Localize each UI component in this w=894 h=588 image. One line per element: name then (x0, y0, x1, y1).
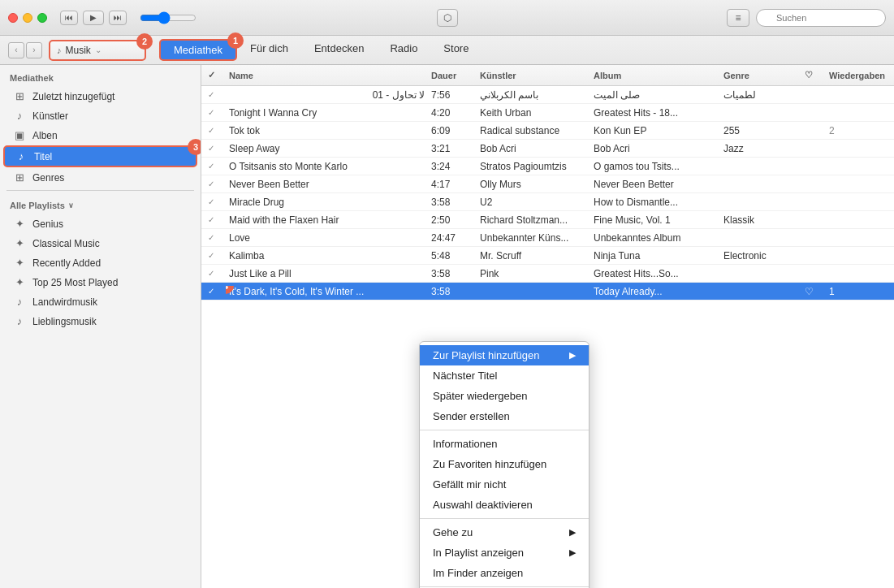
tab-store[interactable]: Store (430, 39, 482, 61)
table-row[interactable]: ✓Miracle Drug3:58U2How to Dismantle... (201, 193, 894, 211)
sidebar-item-alben[interactable]: ▣ Alben (3, 126, 197, 145)
context-menu-item-auswahl-deakt[interactable]: Auswahl deaktivieren (420, 495, 589, 515)
play-button[interactable]: ▶ (83, 11, 104, 25)
sidebar-item-recently-added[interactable]: ✦ Recently Added (3, 253, 197, 272)
table-row[interactable]: ✓لا تحاول - 017:56باسم الكربلانيصلى المي… (201, 86, 894, 104)
context-menu-item-gefaellt-nicht[interactable]: Gefällt mir nicht (420, 474, 589, 495)
table-row[interactable]: ✓Love24:47Unbekannter Küns...Unbekanntes… (201, 229, 894, 247)
table-row[interactable]: ✓Never Been Better4:17Olly MursNever Bee… (201, 175, 894, 193)
tab-fuer-dich[interactable]: Für dich (237, 39, 301, 61)
tab-radio[interactable]: Radio (377, 39, 430, 61)
close-button[interactable] (8, 13, 18, 23)
sidebar-item-top25[interactable]: ✦ Top 25 Most Played (3, 273, 197, 292)
forward-button[interactable]: ⏭ (109, 11, 127, 25)
th-heart: ♡ (801, 70, 826, 80)
search-input[interactable] (756, 9, 886, 27)
forward-nav-button[interactable]: › (26, 42, 42, 58)
table-cell: Electronic (720, 250, 801, 262)
titlebar: ⏮ ▶ ⏭ ⬡ ≡ 🔍 (0, 0, 894, 36)
table-cell: Greatest Hits - 18... (590, 107, 720, 119)
th-album: Album (590, 71, 720, 80)
sidebar: Mediathek ⊞ Zuletzt hinzugefügt ♪ Künstl… (0, 65, 201, 588)
table-cell: Ninja Tuna (590, 250, 720, 262)
context-menu-item-informationen[interactable]: Informationen (420, 434, 589, 454)
minimize-button[interactable] (23, 13, 32, 23)
table-cell: 1 (826, 286, 891, 297)
context-menu-item-in-playlist[interactable]: In Playlist anzeigen▶ (420, 543, 589, 563)
table-row[interactable]: ✓It's Dark, It's Cold, It's Winter ...43… (201, 283, 894, 300)
table-cell: 2 (826, 125, 891, 136)
navbar: ‹ › ♪ Musik ⌄ 2 Mediathek 1 Für dich Ent… (0, 36, 894, 65)
back-button[interactable]: ‹ (8, 42, 24, 58)
table-row[interactable]: ✓Sleep Away3:21Bob AcriBob AcriJazz (201, 140, 894, 158)
maximize-button[interactable] (37, 13, 47, 23)
sidebar-label-titel: Titel (34, 151, 52, 162)
context-menu-item-sender[interactable]: Sender erstellen (420, 406, 589, 426)
table-cell: صلى الميت (590, 89, 720, 101)
context-menu-item-label: Informationen (433, 438, 498, 450)
table-cell: Tonight I Wanna Cry (226, 107, 428, 119)
table-cell: Unbekannter Küns... (477, 232, 590, 244)
context-menu-item-label: Zur Playlist hinzufügen (433, 349, 540, 361)
context-menu-item-naechster[interactable]: Nächster Titel (420, 365, 589, 386)
playlist-section-title[interactable]: Alle Playlists ∨ (0, 194, 201, 214)
table-cell: ✓ (205, 90, 226, 99)
table-row[interactable]: ✓Tok tok6:09Radical substanceKon Kun EP2… (201, 122, 894, 140)
table-cell: Kalimba (226, 250, 428, 262)
sidebar-label-lieblingsmusik: Lieblingsmusik (32, 316, 97, 327)
nav-tabs: Mediathek 1 Für dich Entdecken Radio Sto… (159, 39, 482, 61)
sidebar-item-landwird[interactable]: ♪ Landwirdmusik (3, 292, 197, 311)
playback-controls: ⏮ ▶ ⏭ (60, 11, 197, 25)
sidebar-item-zuletzt[interactable]: ⊞ Zuletzt hinzugefügt (3, 87, 197, 106)
table-cell: Richard Stoltzman... (477, 214, 590, 226)
context-menu-item-spaeter[interactable]: Später wiedergeben (420, 386, 589, 406)
context-menu-item-label: Im Finder anzeigen (433, 567, 523, 579)
context-menu-item-im-finder[interactable]: Im Finder anzeigen (420, 563, 589, 583)
table-cell: Klassik (720, 214, 801, 226)
table-row[interactable]: ✓Tonight I Wanna Cry4:20Keith UrbanGreat… (201, 104, 894, 122)
context-menu-item-gehe-zu[interactable]: Gehe zu▶ (420, 522, 589, 543)
sidebar-item-classical[interactable]: ✦ Classical Music (3, 234, 197, 253)
table-row[interactable]: ✓Kalimba5:48Mr. ScruffNinja TunaElectron… (201, 247, 894, 265)
th-check: ✓ (205, 70, 226, 80)
tab-mediathek[interactable]: Mediathek 1 (159, 39, 237, 61)
sidebar-item-lieblingsmusik[interactable]: ♪ Lieblingsmusik (3, 312, 197, 331)
volume-slider[interactable] (140, 11, 197, 24)
recently-added-icon: ✦ (13, 257, 26, 269)
music-note-icon: ♪ (15, 150, 28, 162)
context-menu-item-label: Später wiedergeben (433, 390, 527, 402)
playlists-chevron-icon: ∨ (68, 201, 74, 210)
context-menu-item-zu-favoriten[interactable]: Zu Favoriten hinzufügen (420, 454, 589, 474)
tab-entdecken[interactable]: Entdecken (301, 39, 377, 61)
table-row[interactable]: ✓Just Like a Pill3:58PinkGreatest Hits..… (201, 265, 894, 283)
sidebar-item-kuenstler[interactable]: ♪ Künstler (3, 106, 197, 125)
table-cell: ✓ (205, 179, 226, 188)
tab-mediathek-label: Mediathek (174, 44, 222, 56)
list-view-button[interactable]: ≡ (727, 9, 749, 27)
source-selector[interactable]: ♪ Musik ⌄ 2 (49, 40, 146, 61)
submenu-arrow-icon: ▶ (569, 527, 576, 538)
table-cell: 4:20 (428, 107, 477, 119)
table-cell: 7:56 (428, 89, 477, 101)
table-row[interactable]: ✓Maid with the Flaxen Hair2:50Richard St… (201, 211, 894, 229)
context-menu-item-label: Zu Favoriten hinzufügen (433, 458, 546, 470)
context-menu-item-zur-playlist[interactable]: Zur Playlist hinzufügen▶ (420, 345, 589, 365)
sidebar-item-titel[interactable]: ♪ Titel 3 (3, 145, 197, 167)
table-cell: O Tsitsanis sto Monte Karlo (226, 161, 428, 172)
table-cell: Kon Kun EP (590, 125, 720, 136)
sidebar-item-genres[interactable]: ⊞ Genres (3, 168, 197, 187)
sidebar-label-recently-added: Recently Added (32, 257, 101, 269)
sidebar-item-genius[interactable]: ✦ Genius (3, 214, 197, 233)
table-cell: O gamos tou Tsits... (590, 161, 720, 172)
context-menu-item-label: Auswahl deaktivieren (433, 499, 533, 511)
submenu-arrow-icon: ▶ (569, 547, 576, 558)
airplay-button[interactable]: ⬡ (437, 9, 458, 27)
content-area: ✓ Name Dauer Künstler Album Genre ♡ Wied… (201, 65, 894, 588)
table-cell: ♡ (801, 286, 826, 297)
table-row[interactable]: ✓O Tsitsanis sto Monte Karlo3:24Stratos … (201, 158, 894, 175)
table-cell: 3:58 (428, 286, 477, 297)
rewind-button[interactable]: ⏮ (60, 11, 78, 25)
table-cell: Mr. Scruff (477, 250, 590, 262)
table-cell: Unbekanntes Album (590, 232, 720, 244)
th-name[interactable]: Name (226, 71, 428, 80)
